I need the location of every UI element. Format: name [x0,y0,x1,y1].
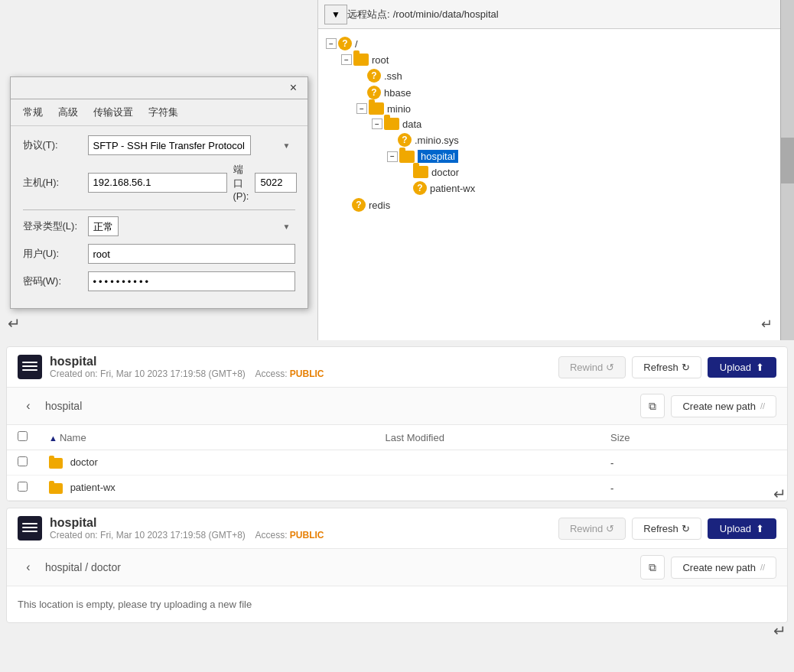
tab-advanced[interactable]: 高级 [55,104,81,121]
folder-data [384,118,399,130]
create-path-button-2[interactable]: Create new path // [671,557,776,579]
dialog-tabs: 常规 高级 传输设置 字符集 [11,99,308,126]
checkbox-patient-wx[interactable] [18,482,28,492]
file-tree-panel: ▼ 远程站点: /root/minio/data/hospital − ? / … [317,0,780,340]
upload-icon-1: ⬆ [756,362,764,373]
checkbox-doctor[interactable] [18,456,28,466]
created-label-1: Created on: [50,368,98,379]
user-input[interactable]: root [88,244,295,264]
rewind-button-1[interactable]: Rewind ↺ [558,356,626,378]
create-path-icon-1: // [760,401,765,411]
tree-item-hospital[interactable]: − hospital [318,148,780,164]
login-label: 登录类型(L): [23,219,88,233]
login-row: 登录类型(L): 正常 [23,216,295,236]
refresh-button-2[interactable]: Refresh ↻ [632,518,701,540]
refresh-icon-1: ↻ [682,362,690,373]
refresh-button-1[interactable]: Refresh ↻ [632,356,701,378]
folder-minio [369,102,384,115]
copy-path-button-2[interactable]: ⧉ [640,555,665,579]
tree-item-minio[interactable]: − minio [318,101,780,116]
row-name-patient-wx[interactable]: patient-wx [38,476,375,501]
bucket-icon-line-2c [22,531,37,532]
question-patient-wx: ? [413,181,427,195]
select-all-checkbox-1[interactable] [18,431,28,441]
name-col-header-1[interactable]: ▲ Name [38,425,375,450]
row-checkbox-doctor[interactable] [7,450,38,476]
tree-item-slash[interactable]: − ? / [318,35,780,52]
expand-root[interactable]: − [341,54,352,65]
tree-item-root[interactable]: − root [318,52,780,67]
rewind-icon-2: ↺ [606,523,614,534]
copy-path-button-1[interactable]: ⧉ [640,394,665,418]
bucket-icon-1 [18,355,42,379]
login-select[interactable]: 正常 [88,216,119,236]
access-label-1: Access: [255,368,288,379]
scroll-indicator-1: ↵ [773,485,786,503]
table-row[interactable]: doctor - [7,450,787,476]
row-checkbox-patient-wx[interactable] [7,476,38,501]
expand-slash[interactable]: − [326,38,337,49]
protocol-row: 协议(T): SFTP - SSH File Transfer Protocol [23,135,295,155]
upload-button-1[interactable]: Upload ⬆ [708,357,776,378]
ftp-scrollbar-thumb[interactable] [781,138,794,183]
tree-item-data[interactable]: − data [318,116,780,131]
tab-charset[interactable]: 字符集 [145,104,181,121]
bucket-icon-lines-2 [22,523,37,534]
created-date-1: Fri, Mar 10 2023 17:19:58 (GMT+8) [100,368,246,379]
folder-doctor [413,166,428,178]
tree-item-patient-wx[interactable]: ? patient-wx [318,180,780,196]
tab-transfer[interactable]: 传输设置 [90,104,136,121]
modified-col-header-1[interactable]: Last Modified [375,425,600,450]
dialog-body: 协议(T): SFTP - SSH File Transfer Protocol… [11,126,308,308]
password-input[interactable] [88,271,295,291]
host-port-row: 主机(H): 192.168.56.1 端口(P): 5022 [23,163,295,202]
access-value-2: PUBLIC [290,530,324,541]
name-col-label-1: Name [60,432,86,443]
bottom-arrow-left: ↵ [8,314,21,333]
size-col-header-1[interactable]: Size [600,425,787,450]
expand-data[interactable]: − [372,118,382,129]
tree-item-hbase[interactable]: ? hbase [318,84,780,101]
table-row[interactable]: patient-wx - [7,476,787,501]
protocol-select[interactable]: SFTP - SSH File Transfer Protocol [88,135,251,155]
tab-general[interactable]: 常规 [20,104,46,121]
create-path-button-1[interactable]: Create new path // [671,395,776,417]
tree-label-doctor: doctor [431,167,459,178]
password-label: 密码(W): [23,274,88,288]
back-button-2[interactable]: ‹ [18,557,39,578]
table-header-1: ▲ Name Last Modified Size [7,425,787,450]
host-input[interactable]: 192.168.56.1 [88,173,227,193]
tree-item-doctor[interactable]: doctor [318,164,780,180]
created-date-2: Fri, Mar 10 2023 17:19:58 (GMT+8) [100,530,246,541]
tree-item-ssh[interactable]: ? .ssh [318,67,780,84]
path-dropdown[interactable]: ▼ [324,5,347,24]
port-input[interactable]: 5022 [255,173,297,193]
question-hbase: ? [367,86,381,99]
question-redis: ? [352,198,366,212]
rewind-button-2[interactable]: Rewind ↺ [558,518,626,540]
back-button-1[interactable]: ‹ [18,395,39,417]
tree-item-minio-sys[interactable]: ? .minio.sys [318,131,780,148]
rewind-icon-1: ↺ [606,362,614,373]
access-value-1: PUBLIC [290,368,324,379]
upload-icon-2: ⬆ [756,523,764,534]
tree-label-minio-sys: .minio.sys [415,135,459,146]
rewind-label-2: Rewind [570,523,603,534]
create-path-label-1: Create new path [682,401,755,412]
dialog-close-button[interactable]: × [286,80,301,96]
bucket-panel-2: hospital Created on: Fri, Mar 10 2023 17… [6,508,788,623]
question-ssh: ? [367,69,381,83]
bucket-header-2: hospital Created on: Fri, Mar 10 2023 17… [7,508,787,549]
user-label: 用户(U): [23,247,88,261]
upload-button-2[interactable]: Upload ⬆ [708,518,776,539]
tree-label-root: root [372,54,389,66]
expand-minio[interactable]: − [356,103,367,114]
upload-label-1: Upload [720,362,751,373]
row-name-doctor[interactable]: doctor [38,450,375,476]
select-all-col-1 [7,425,38,450]
copy-icon-2: ⧉ [649,561,656,574]
ftp-scrollbar[interactable] [780,0,794,340]
expand-hospital[interactable]: − [387,151,398,162]
tree-item-redis[interactable]: ? redis [318,196,780,213]
bucket-info-2: hospital Created on: Fri, Mar 10 2023 17… [50,516,558,541]
